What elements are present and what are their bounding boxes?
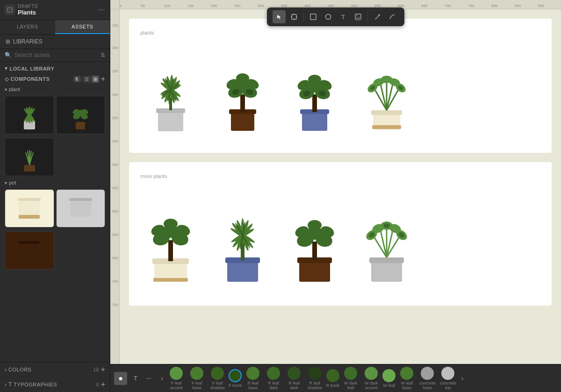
pen-tool-button[interactable] [371,10,384,23]
project-name: Plants [18,9,95,16]
search-input[interactable] [14,52,98,58]
color-item[interactable]: W leaf [382,369,396,388]
bottom-tools: ● T ⋯ [114,372,153,385]
color-circle[interactable] [170,367,183,380]
canvas-scroll-area[interactable]: plants [120,9,561,364]
svg-rect-63 [312,94,317,112]
svg-rect-25 [20,242,38,259]
color-item[interactable]: W leaf base [397,367,416,390]
ellipse-tool-active[interactable]: ● [114,372,127,385]
color-label: R trunk [326,383,339,388]
list-item[interactable] [5,138,54,176]
curve-tool-button[interactable] [386,10,399,23]
plant-2-svg [212,43,273,136]
svg-point-58 [236,73,249,83]
color-label: R leaf dark [285,381,303,390]
grid-view-btn[interactable]: ⊞ [92,76,99,83]
add-typography-button[interactable]: + [101,381,105,388]
color-item[interactable]: W dark accent [362,367,381,390]
next-color-button[interactable]: › [459,374,465,383]
color-circle[interactable] [441,367,454,380]
rectangle-tool-button[interactable] [307,10,320,23]
svg-rect-119 [369,257,404,263]
list-view-btn[interactable]: ☰ [83,76,91,83]
svg-rect-109 [299,260,330,282]
add-color-button[interactable]: + [101,366,105,373]
color-circle[interactable] [365,367,378,380]
color-label: W dark leaf [341,381,360,390]
select-tool-button[interactable] [273,10,286,23]
color-circle[interactable] [267,367,280,380]
prev-color-button[interactable]: ‹ [159,374,165,383]
sort-icon[interactable]: ⇅ [101,52,105,58]
header-menu-button[interactable]: ⋯ [98,6,105,14]
svg-rect-8 [76,122,85,129]
list-item[interactable] [5,96,54,134]
svg-point-132 [383,223,390,228]
list-item[interactable] [56,189,106,228]
svg-rect-27 [292,14,296,19]
plant-5-svg [140,186,201,289]
plant-group-header[interactable]: ▾ plant [0,85,110,94]
add-component-button[interactable]: + [101,75,105,83]
typographies-label: TYPOGRAPHIES [14,382,96,387]
color-circle[interactable] [190,367,203,380]
list-item[interactable] [56,96,106,134]
colors-chevron: › [5,366,7,373]
color-circle[interactable] [211,367,224,380]
typographies-chevron: › [5,381,7,388]
color-circle[interactable] [382,369,396,382]
color-item[interactable]: F leaf shadow [208,367,227,390]
image-tool-button[interactable] [352,10,365,23]
color-item[interactable]: R leaf base [244,367,262,390]
plant-card-4 [356,43,417,138]
color-circle[interactable] [326,369,339,382]
color-item[interactable]: W dark leaf [341,367,360,390]
color-label: F leaf accent [167,381,186,390]
tab-layers[interactable]: LAYERS [0,20,55,34]
list-item[interactable] [5,231,54,270]
typographies-section[interactable]: › T TYPOGRAPHIES 0 + [0,377,110,392]
text-tool-bottom[interactable]: T [129,372,142,385]
colors-section[interactable]: › COLORS 16 + [0,362,110,377]
color-circle[interactable] [344,367,357,380]
text-tool-button[interactable]: T [337,10,350,23]
sidebar-header: DRAFTS Plants ⋯ [0,0,110,20]
drafts-label: DRAFTS [18,4,95,9]
color-item[interactable]: R leaf dark [285,367,303,390]
tab-assets[interactable]: ASSETS [55,20,110,34]
color-item[interactable]: concrete top [439,367,457,390]
svg-point-33 [326,14,331,20]
ruler-corner [110,0,120,9]
svg-point-69 [308,75,321,84]
frame-tool-button[interactable] [288,10,301,23]
color-circle[interactable] [288,367,301,380]
color-item[interactable]: F leaf accent [167,367,186,390]
pot-group-header[interactable]: ▾ pot [0,178,110,187]
components-header[interactable]: ◇ COMPONENTS 6 ☰ ⊞ + [0,73,110,85]
color-item[interactable]: R leaf dark [264,367,283,390]
project-title-group: DRAFTS Plants [18,4,95,16]
svg-rect-90 [168,240,173,261]
color-item[interactable]: F leaf base [187,367,206,390]
color-circle[interactable] [400,367,413,380]
color-circle[interactable] [229,369,242,382]
list-item[interactable] [5,189,54,228]
color-label: W leaf [383,383,396,388]
local-library-header[interactable]: ▾ LOCAL LIBRARY [0,62,110,73]
svg-rect-37 [158,111,183,131]
color-circle[interactable] [421,367,434,380]
color-item[interactable]: F trunk [229,369,242,388]
more-plants-section: more plants [129,162,552,306]
color-item[interactable]: concrete base [418,367,437,390]
libraries-button[interactable]: ⊞ LIBRARIES [0,35,110,49]
pot-component-grid [0,187,110,229]
ellipse-tool-button[interactable] [322,10,335,23]
svg-rect-108 [241,243,245,260]
color-item[interactable]: R leaf shadow [305,367,324,390]
color-item[interactable]: R trunk [326,369,339,388]
color-circle[interactable] [308,367,321,380]
plant-7-svg [284,186,345,289]
more-tools-dots[interactable]: ⋯ [144,375,153,382]
color-circle[interactable] [246,367,259,380]
